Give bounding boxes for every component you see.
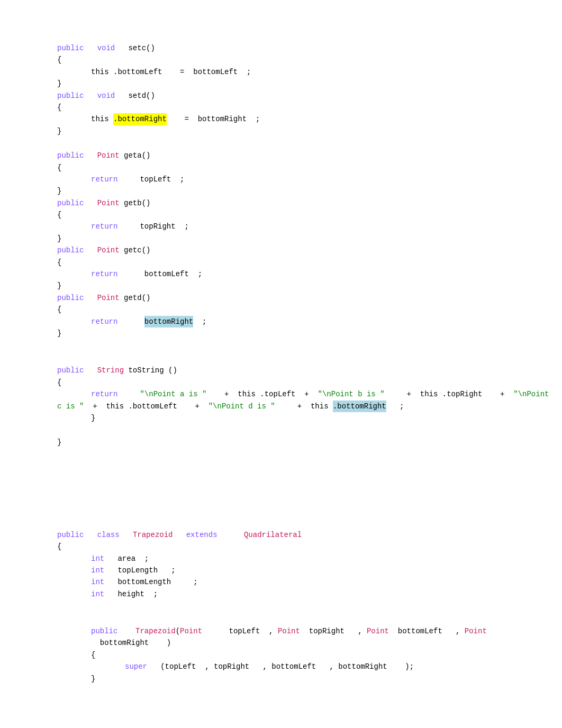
keyword-public-2: public [57, 90, 84, 102]
line-setc-body: this .bottomLeft = bottomLeft ; [57, 66, 562, 78]
this-keyword-2: this [91, 113, 109, 125]
keyword-int-1: int [91, 553, 104, 565]
keyword-return-3: return [91, 268, 117, 280]
line-setc-open: { [57, 54, 562, 66]
keyword-void-2: void [97, 90, 115, 102]
spacer-1 [57, 137, 562, 150]
type-point-2: Point [97, 197, 120, 209]
line-getc-body: return bottomLeft ; [57, 268, 562, 280]
code-editor: public void setc() { this .bottomLeft = … [0, 42, 562, 685]
this-kw-3: this [238, 388, 256, 400]
line-constructor-sig: public Trapezoid ( Point topLeft , Point… [57, 625, 562, 649]
field-bottomright-blue: bottomRight [144, 316, 193, 327]
field-bottomright-blue-2: .bottomRight [333, 401, 386, 412]
line-getb-open: { [57, 209, 562, 221]
keyword-public-4: public [57, 197, 84, 209]
line-getd-close: } [57, 327, 562, 339]
spacer-large-1 [57, 449, 562, 491]
keyword-return-5: return [91, 388, 117, 400]
field-bottomright-highlight: .bottomRight [113, 113, 167, 125]
this-kw-5: this [106, 401, 124, 412]
keyword-return-4: return [91, 316, 117, 327]
line-geta-open: { [57, 162, 562, 174]
keyword-public-6: public [57, 292, 84, 304]
line-trapezoid-decl: public class Trapezoid extends Quadrilat… [57, 529, 562, 541]
string-npoint-d: "\nPoint d is " [209, 401, 275, 412]
line-field-bottomlength: int bottomLength ; [57, 576, 562, 588]
type-string: String [97, 365, 124, 376]
spacer-5 [57, 491, 562, 504]
spacer-3 [57, 352, 562, 365]
line-trapezoid-open: { [57, 541, 562, 552]
keyword-void: void [97, 42, 115, 54]
string-npoint-b: "\nPoint b is " [318, 388, 385, 400]
type-point-4: Point [97, 292, 120, 304]
this-keyword: this [91, 66, 109, 78]
line-getb-body: return topRight ; [57, 221, 562, 232]
line-constructor-open: { [57, 649, 562, 661]
keyword-extends: extends [186, 529, 217, 541]
line-getd-open: { [57, 304, 562, 315]
line-constructor-close: } [57, 673, 562, 685]
keyword-public-9: public [91, 625, 117, 637]
line-field-area: int area ; [57, 553, 562, 565]
line-constructor-body: super (topLeft , topRight , bottomLeft ,… [57, 661, 562, 672]
keyword-public-5: public [57, 244, 84, 256]
line-geta-close: } [57, 185, 562, 197]
line-getc-close: } [57, 280, 562, 292]
line-tostring-return2: c is " + this .bottomLeft + "\nPoint d i… [57, 401, 562, 412]
keyword-int-2: int [91, 565, 104, 576]
line-geta-body: return topLeft ; [57, 174, 562, 185]
this-kw-4: this [420, 388, 438, 400]
keyword-return-1: return [91, 174, 117, 185]
line-field-toplength: int topLength ; [57, 565, 562, 576]
spacer-9 [57, 613, 562, 625]
spacer-4 [57, 424, 562, 436]
keyword-public-7: public [57, 365, 84, 376]
line-geta-sig: public Point geta() [57, 150, 562, 161]
keyword-return-2: return [91, 221, 117, 232]
line-tostring-sig: public String toString () [57, 365, 562, 376]
spacer-8 [57, 600, 562, 613]
line-getb-sig: public Point getb() [57, 197, 562, 209]
line-getc-sig: public Point getc() [57, 244, 562, 256]
line-getc-open: { [57, 257, 562, 268]
keyword-int-4: int [91, 588, 104, 600]
type-quadrilateral: Quadrilateral [244, 529, 302, 541]
keyword-public-8: public [57, 529, 84, 541]
keyword-public-3: public [57, 150, 84, 161]
line-tostring-close-inner: } [57, 412, 562, 424]
type-point-1: Point [97, 150, 120, 161]
line-setc-close: } [57, 78, 562, 89]
type-trapezoid: Trapezoid [133, 529, 173, 541]
keyword-super: super [125, 661, 147, 672]
line-tostring-return1: return "\nPoint a is " + this .topLeft +… [57, 388, 562, 400]
string-c-is: c is " [57, 401, 84, 412]
string-npoint-c-prefix: "\nPoint [513, 388, 549, 400]
line-setd-sig: public void setd() [57, 90, 562, 102]
spacer-7 [57, 516, 562, 529]
line-class-close: } [57, 436, 562, 448]
line-setd-body: this .bottomRight = bottomRight ; [57, 113, 562, 125]
this-kw-6: this [311, 401, 329, 412]
line-setd-open: { [57, 102, 562, 113]
line-setd-close: } [57, 125, 562, 137]
line-field-height: int height ; [57, 588, 562, 600]
type-point-6: Point [278, 625, 300, 637]
type-point-7: Point [367, 625, 389, 637]
type-point-8: Point [465, 625, 487, 637]
spacer-2 [57, 339, 562, 352]
keyword-public: public [57, 42, 84, 54]
line-getb-close: } [57, 233, 562, 244]
line-setc-sig: public void setc() [57, 42, 562, 54]
type-trapezoid-2: Trapezoid [135, 625, 176, 637]
spacer-6 [57, 504, 562, 516]
line-getd-body: return bottomRight ; [57, 316, 562, 327]
keyword-class: class [97, 529, 120, 541]
line-tostring-open: { [57, 377, 562, 388]
keyword-int-3: int [91, 576, 104, 588]
type-point-5: Point [180, 625, 202, 637]
line-getd-sig: public Point getd() [57, 292, 562, 304]
type-point-3: Point [97, 244, 120, 256]
string-npoint-a: "\nPoint a is " [140, 388, 206, 400]
